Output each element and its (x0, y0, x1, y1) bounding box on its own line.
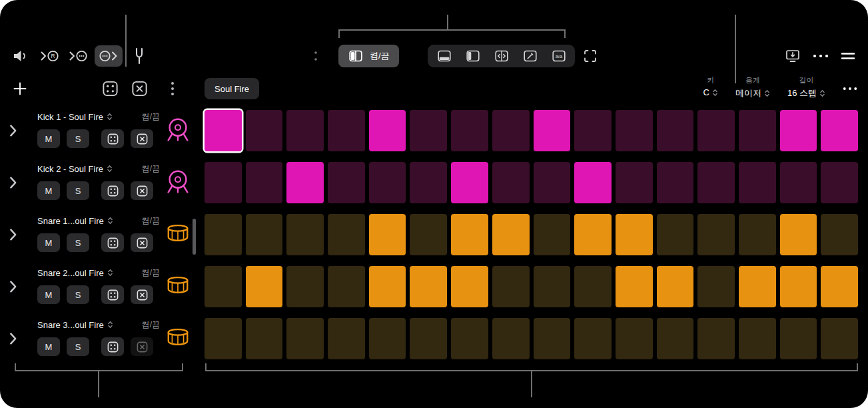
output-cycle-button[interactable] (95, 45, 123, 67)
step-cell-8[interactable] (492, 162, 530, 203)
step-cell-8[interactable] (492, 266, 530, 307)
step-cell-9[interactable] (534, 162, 571, 203)
step-cell-14[interactable] (739, 110, 776, 151)
toolbar-separator-handle[interactable] (314, 49, 318, 63)
step-cell-13[interactable] (697, 110, 735, 151)
step-cell-5[interactable] (369, 110, 406, 151)
step-cell-9[interactable] (534, 110, 571, 151)
step-cell-4[interactable] (328, 318, 365, 359)
step-cell-6[interactable] (410, 318, 447, 359)
step-cell-11[interactable] (616, 318, 653, 359)
step-cell-10[interactable] (574, 110, 612, 151)
step-cell-1[interactable] (205, 162, 242, 203)
clear-row-button[interactable] (131, 337, 153, 356)
step-cell-6[interactable] (410, 162, 447, 203)
step-cell-8[interactable] (492, 214, 530, 255)
step-cell-14[interactable] (739, 214, 776, 255)
step-cell-14[interactable] (739, 266, 776, 307)
step-cell-7[interactable] (451, 318, 488, 359)
step-cell-4[interactable] (328, 162, 365, 203)
step-cell-6[interactable] (410, 110, 447, 151)
step-cell-13[interactable] (697, 214, 735, 255)
mute-button[interactable]: M (37, 181, 60, 200)
step-cell-3[interactable] (286, 162, 324, 203)
step-cell-11[interactable] (616, 214, 653, 255)
step-cell-9[interactable] (534, 266, 571, 307)
step-cell-6[interactable] (410, 214, 447, 255)
step-cell-16[interactable] (821, 110, 858, 151)
step-cell-15[interactable] (780, 318, 817, 359)
step-cell-11[interactable] (616, 162, 653, 203)
mute-button[interactable]: M (37, 337, 60, 356)
step-cell-6[interactable] (410, 266, 447, 307)
disclosure-chevron-icon[interactable] (9, 228, 17, 242)
marquee-button[interactable] (582, 48, 598, 64)
step-cell-5[interactable] (369, 266, 406, 307)
step-cell-7[interactable] (451, 162, 488, 203)
step-cell-1[interactable] (205, 266, 242, 307)
step-cell-8[interactable] (492, 110, 530, 151)
add-row-button[interactable] (12, 81, 28, 97)
step-cell-2[interactable] (246, 162, 283, 203)
step-cell-11[interactable] (616, 110, 653, 151)
edit-button[interactable] (516, 45, 544, 67)
track-name[interactable]: Kick 2 - Soul Fire (37, 164, 103, 174)
toolbar-more-button[interactable] (813, 54, 829, 58)
step-cell-2[interactable] (246, 110, 283, 151)
bottom-panel-button[interactable] (430, 45, 458, 67)
step-cell-12[interactable] (657, 266, 694, 307)
step-cell-12[interactable] (657, 110, 694, 151)
step-cell-1[interactable] (205, 214, 242, 255)
left-panel-button[interactable] (458, 45, 487, 67)
randomize-row-button[interactable] (101, 181, 124, 200)
step-cell-12[interactable] (657, 162, 694, 203)
step-cell-4[interactable] (328, 266, 365, 307)
track-name[interactable]: Snare 2...oul Fire (37, 268, 104, 278)
step-cell-7[interactable] (451, 266, 488, 307)
step-cell-5[interactable] (369, 162, 406, 203)
rows-more-button[interactable] (171, 81, 175, 96)
step-cell-16[interactable] (821, 214, 858, 255)
disclosure-chevron-icon[interactable] (9, 124, 17, 138)
randomize-all-button[interactable] (101, 80, 119, 98)
step-cell-15[interactable] (780, 214, 817, 255)
disclosure-chevron-icon[interactable] (9, 280, 17, 294)
record-cycle-button[interactable]: R (39, 48, 60, 64)
solo-button[interactable]: S (67, 285, 89, 304)
step-cell-16[interactable] (821, 266, 858, 307)
step-cell-16[interactable] (821, 318, 858, 359)
clear-row-button[interactable] (131, 181, 153, 200)
tuner-button[interactable] (131, 47, 147, 65)
row-onoff-label[interactable]: 켬/끔 (142, 163, 160, 175)
step-cell-9[interactable] (534, 214, 571, 255)
randomize-row-button[interactable] (101, 129, 124, 148)
step-cell-5[interactable] (369, 318, 406, 359)
row-onoff-label[interactable]: 켬/끔 (142, 267, 160, 279)
step-cell-3[interactable] (286, 318, 324, 359)
step-cell-10[interactable] (574, 266, 612, 307)
pattern-onoff-toggle-button[interactable]: 켬/끔 (338, 45, 399, 67)
solo-button[interactable]: S (67, 233, 89, 252)
step-cell-12[interactable] (657, 318, 694, 359)
step-cell-15[interactable] (780, 110, 817, 151)
step-cell-2[interactable] (246, 214, 283, 255)
step-cell-2[interactable] (246, 266, 283, 307)
step-cell-16[interactable] (821, 162, 858, 203)
mute-button[interactable]: M (37, 233, 60, 252)
resize-panels-button[interactable] (487, 45, 516, 67)
step-cell-10[interactable] (574, 214, 612, 255)
step-cell-4[interactable] (328, 214, 365, 255)
step-cell-14[interactable] (739, 318, 776, 359)
clear-row-button[interactable] (131, 233, 153, 252)
scrollbar-thumb[interactable] (193, 219, 196, 255)
mute-button[interactable]: M (37, 129, 60, 148)
randomize-row-button[interactable] (101, 337, 124, 356)
step-cell-3[interactable] (286, 110, 324, 151)
ava-view-button[interactable]: ava (544, 45, 573, 67)
disclosure-chevron-icon[interactable] (9, 176, 17, 190)
display-output-button[interactable] (785, 48, 801, 64)
length-setting[interactable]: 길이 16 스텝 (787, 75, 825, 99)
key-setting[interactable]: 키 C (703, 75, 718, 97)
step-cell-9[interactable] (534, 318, 571, 359)
step-cell-10[interactable] (574, 162, 612, 203)
